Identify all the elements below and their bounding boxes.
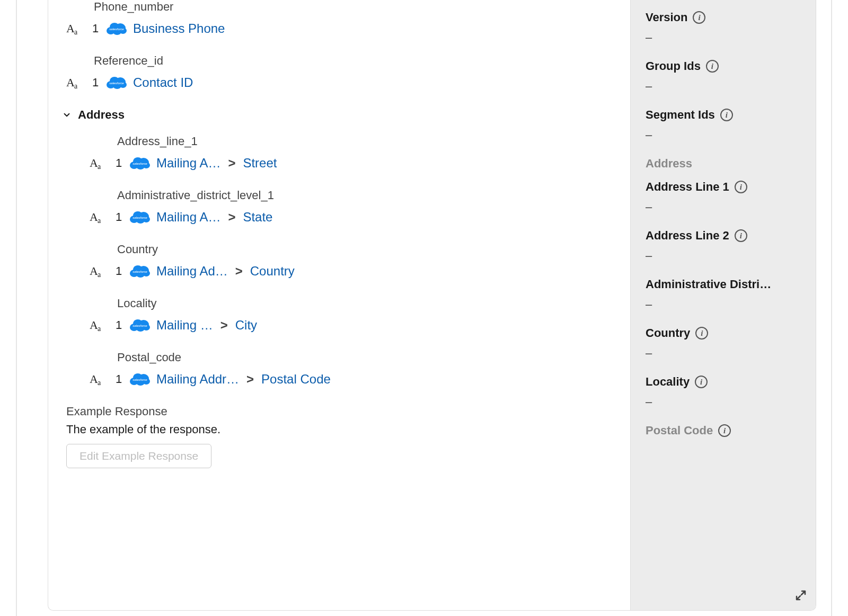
mapping-link[interactable]: Business Phone	[133, 21, 225, 36]
sidebar-field: Country i –	[646, 326, 801, 360]
info-icon[interactable]: i	[693, 11, 705, 24]
info-icon[interactable]: i	[720, 109, 733, 121]
address-section-toggle[interactable]: Address	[61, 108, 617, 122]
sidebar-label-row: Version i	[646, 11, 801, 24]
sidebar-label-row: Address Line 2 i	[646, 229, 801, 243]
mapping-row: A 1 salesforce Contact ID	[66, 75, 617, 90]
info-icon[interactable]: i	[735, 229, 747, 242]
breadcrumb-sep: >	[233, 264, 245, 279]
mapping-row: A 1 salesforce Business Phone	[66, 21, 617, 36]
priority-number: 1	[91, 76, 100, 90]
breadcrumb-sep: >	[218, 318, 230, 333]
field-label: Locality	[117, 297, 617, 310]
sidebar-value: –	[646, 128, 801, 142]
salesforce-icon: salesforce	[129, 372, 151, 387]
sidebar: Version i – Group Ids i – Segment Ids i …	[630, 0, 816, 610]
salesforce-icon: salesforce	[129, 264, 151, 279]
priority-number: 1	[114, 210, 123, 224]
sidebar-value: –	[646, 298, 801, 311]
field-block: Administrative_district_level_1 A 1 sale…	[84, 189, 617, 225]
field-label: Phone_number	[94, 0, 617, 14]
info-icon[interactable]: i	[695, 376, 708, 388]
field-label: Reference_id	[94, 54, 617, 68]
text-type-icon: A	[90, 373, 109, 385]
sidebar-address-heading: Address	[646, 157, 801, 171]
sidebar-label: Address Line 1	[646, 180, 729, 194]
sidebar-label: Postal Code	[646, 424, 713, 438]
field-block: Country A 1 salesforce Mailing Ad…> Coun…	[84, 243, 617, 279]
sidebar-field: Address Line 2 i –	[646, 229, 801, 263]
sidebar-value: –	[646, 200, 801, 214]
field-block: Address_line_1 A 1 salesforce Mailing A……	[84, 135, 617, 171]
outer-frame-left	[16, 0, 17, 616]
field-label: Country	[117, 243, 617, 256]
sidebar-label-row: Administrative Distri…	[646, 278, 801, 291]
text-type-icon: A	[90, 211, 109, 223]
info-icon[interactable]: i	[695, 327, 708, 340]
sidebar-value: –	[646, 346, 801, 360]
mapping-link[interactable]: Mailing A…	[156, 156, 220, 171]
salesforce-icon: salesforce	[105, 75, 128, 90]
sidebar-label: Address Line 2	[646, 229, 729, 243]
svg-text:salesforce: salesforce	[109, 82, 124, 85]
sidebar-label: Version	[646, 11, 687, 24]
priority-number: 1	[114, 156, 123, 170]
example-response-desc: The example of the response.	[66, 423, 617, 436]
sidebar-label-row: Country i	[646, 326, 801, 340]
sidebar-label: Administrative Distri…	[646, 278, 771, 291]
sidebar-label-row: Address Line 1 i	[646, 180, 801, 194]
mapping-link[interactable]: Mailing Addr…	[156, 372, 239, 387]
mapping-link[interactable]: Contact ID	[133, 75, 193, 90]
svg-text:salesforce: salesforce	[132, 324, 147, 327]
svg-text:salesforce: salesforce	[132, 162, 147, 165]
sidebar-label-row: Postal Code i	[646, 424, 801, 438]
mapping-link[interactable]: Mailing Ad…	[156, 264, 228, 279]
mapping-row: A 1 salesforce Mailing A…> State	[90, 210, 617, 225]
main-column: Phone_number A 1 salesforce Business Pho…	[48, 0, 630, 610]
field-label: Postal_code	[117, 351, 617, 364]
text-type-icon: A	[90, 265, 109, 277]
svg-text:salesforce: salesforce	[132, 216, 147, 219]
sidebar-label: Group Ids	[646, 59, 701, 73]
mapping-tail[interactable]: Postal Code	[261, 372, 331, 387]
mapping-link[interactable]: Mailing …	[156, 318, 213, 333]
field-block: Locality A 1 salesforce Mailing …> City	[84, 297, 617, 333]
info-icon[interactable]: i	[735, 181, 747, 193]
mapping-tail[interactable]: Country	[250, 264, 295, 279]
sidebar-field: Segment Ids i –	[646, 108, 801, 142]
sidebar-label-row: Group Ids i	[646, 59, 801, 73]
svg-text:salesforce: salesforce	[132, 270, 147, 273]
example-response-title: Example Response	[66, 405, 617, 418]
svg-text:salesforce: salesforce	[132, 378, 147, 381]
field-label: Address_line_1	[117, 135, 617, 148]
field-label: Administrative_district_level_1	[117, 189, 617, 202]
mapping-link[interactable]: Mailing A…	[156, 210, 220, 225]
mapping-tail[interactable]: City	[235, 318, 257, 333]
mapping-row: A 1 salesforce Mailing A…> Street	[90, 156, 617, 171]
edit-example-response-button[interactable]: Edit Example Response	[66, 444, 211, 468]
sidebar-value: –	[646, 249, 801, 263]
salesforce-icon: salesforce	[129, 318, 151, 333]
mapping-tail[interactable]: State	[243, 210, 272, 225]
mapping-row: A 1 salesforce Mailing Addr…> Postal Cod…	[90, 372, 617, 387]
sidebar-label-row: Segment Ids i	[646, 108, 801, 122]
mapping-tail[interactable]: Street	[243, 156, 277, 171]
info-icon[interactable]: i	[718, 424, 731, 437]
text-type-icon: A	[66, 23, 85, 34]
expand-icon[interactable]	[794, 589, 807, 602]
chevron-down-icon	[61, 109, 73, 121]
sidebar-label-row: Locality i	[646, 375, 801, 389]
field-block: Phone_number A 1 salesforce Business Pho…	[61, 0, 617, 36]
sidebar-value: –	[646, 395, 801, 409]
sidebar-value: –	[646, 79, 801, 93]
outer-frame-right	[831, 0, 832, 616]
priority-number: 1	[91, 22, 100, 35]
breadcrumb-sep: >	[226, 156, 237, 171]
priority-number: 1	[114, 372, 123, 386]
info-icon[interactable]: i	[706, 60, 719, 73]
text-type-icon: A	[90, 157, 109, 169]
address-section-title: Address	[78, 108, 125, 122]
mapping-row: A 1 salesforce Mailing …> City	[90, 318, 617, 333]
salesforce-icon: salesforce	[105, 21, 128, 36]
text-type-icon: A	[66, 77, 85, 88]
